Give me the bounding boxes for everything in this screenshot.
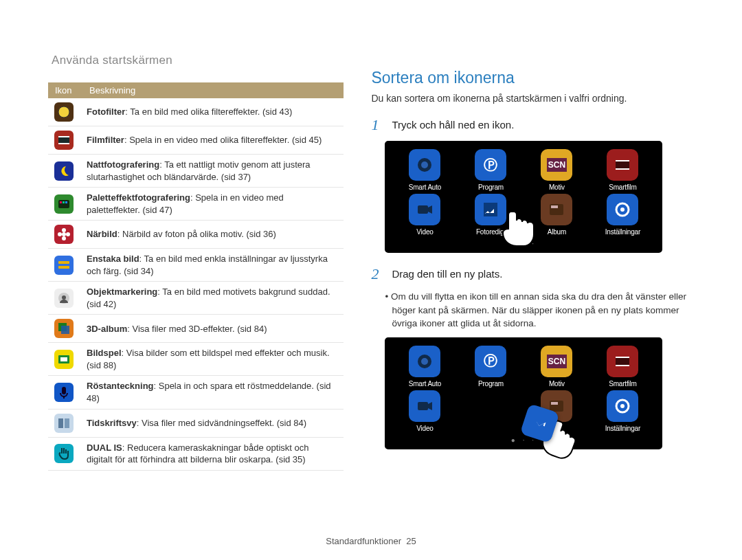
feature-row: Fotofilter: Ta en bild med olika filtere… bbox=[48, 98, 344, 126]
feature-title: Objektmarkering bbox=[87, 287, 157, 297]
svg-rect-39 bbox=[616, 357, 629, 366]
feature-icon bbox=[54, 225, 74, 244]
home-app-cell[interactable]: ⓅProgram bbox=[463, 149, 518, 191]
feature-text: : Ta en bild med olika filtereffekter. (… bbox=[125, 107, 292, 117]
feature-icon bbox=[54, 194, 74, 214]
svg-rect-6 bbox=[63, 201, 65, 203]
svg-rect-2 bbox=[58, 136, 69, 137]
app-label: Inställningar bbox=[595, 425, 650, 432]
feature-desc: Närbild: Närbild av foton på olika motiv… bbox=[82, 221, 344, 249]
svg-rect-4 bbox=[58, 200, 69, 208]
section-title: Sortera om ikonerna bbox=[371, 69, 694, 87]
feature-title: Tidskriftsvy bbox=[87, 418, 137, 428]
step-1-text: Tryck och håll ned en ikon. bbox=[392, 116, 514, 134]
home-app-cell[interactable]: ⓅProgram bbox=[463, 346, 518, 388]
feature-title: 3D-album bbox=[87, 324, 127, 334]
app-icon bbox=[607, 390, 638, 422]
footer-page: 25 bbox=[406, 536, 416, 546]
svg-point-0 bbox=[58, 107, 69, 117]
svg-rect-32 bbox=[484, 203, 497, 216]
feature-icon bbox=[54, 256, 74, 275]
app-icon bbox=[607, 346, 638, 377]
step-2-num: 2 bbox=[371, 265, 385, 283]
app-label: Smart Auto bbox=[397, 183, 452, 191]
feature-title: Paletteffektfotografering bbox=[87, 192, 190, 203]
home-app-cell[interactable]: Inställningar bbox=[595, 390, 650, 432]
right-column: Sortera om ikonerna Du kan sortera om ik… bbox=[371, 69, 694, 471]
feature-icon bbox=[54, 383, 74, 402]
feature-desc: DUAL IS: Reducera kameraskakningar både … bbox=[82, 437, 344, 470]
app-icon bbox=[409, 194, 440, 225]
feature-row: Paletteffektfotografering: Spela in en v… bbox=[48, 188, 344, 221]
home-grid-2: Smart AutoⓅProgramSCNMotivSmartfilmVideo… bbox=[385, 337, 662, 449]
home-app-cell[interactable] bbox=[463, 390, 518, 432]
svg-rect-18 bbox=[61, 326, 69, 334]
svg-point-10 bbox=[62, 236, 66, 240]
app-label: Smartfilm bbox=[595, 380, 650, 388]
feature-table-wrapper: Ikon Beskrivning Fotofilter: Ta en bild … bbox=[48, 82, 344, 471]
feature-text: : Närbild av foton på olika motiv. (sid … bbox=[117, 229, 276, 239]
svg-rect-34 bbox=[551, 205, 558, 208]
home-app-cell[interactable]: Inställningar bbox=[595, 194, 650, 236]
svg-rect-3 bbox=[58, 143, 69, 144]
app-label: Smartfilm bbox=[595, 183, 650, 191]
svg-rect-27 bbox=[616, 160, 629, 170]
feature-icon bbox=[54, 289, 74, 308]
home-app-cell[interactable]: Smart Auto bbox=[397, 149, 452, 191]
feature-table: Ikon Beskrivning Fotofilter: Ta en bild … bbox=[48, 82, 344, 471]
feature-title: Bildspel bbox=[87, 348, 122, 358]
section-intro: Du kan sortera om ikonerna på startskärm… bbox=[371, 93, 694, 104]
feature-row: 3D-album: Visa filer med 3D-effekter. (s… bbox=[48, 315, 344, 343]
svg-rect-23 bbox=[58, 418, 63, 428]
svg-point-11 bbox=[58, 232, 62, 236]
feature-title: Nattfotografering bbox=[87, 159, 159, 170]
footer-section: Standardfunktioner bbox=[326, 536, 401, 546]
home-app-cell[interactable]: Album bbox=[529, 194, 584, 236]
svg-rect-7 bbox=[65, 201, 67, 203]
home-app-cell[interactable]: Smartfilm bbox=[595, 149, 650, 191]
home-app-cell[interactable]: SCNMotiv bbox=[529, 149, 584, 191]
svg-point-16 bbox=[62, 295, 66, 300]
feature-desc: Filmfilter: Spela in en video med olika … bbox=[82, 126, 344, 155]
footer: Standardfunktioner 25 bbox=[0, 536, 742, 546]
app-icon bbox=[607, 194, 638, 225]
feature-text: : Spela in en video med olika filtereffe… bbox=[124, 135, 322, 145]
app-icon bbox=[541, 194, 572, 225]
home-app-cell[interactable]: SCNMotiv bbox=[529, 346, 584, 388]
feature-icon bbox=[54, 444, 74, 463]
feature-row: Närbild: Närbild av foton på olika motiv… bbox=[48, 221, 344, 249]
app-icon: SCN bbox=[541, 149, 572, 181]
svg-rect-21 bbox=[62, 387, 66, 394]
feature-desc: Röstanteckning: Spela in och spara ett r… bbox=[82, 376, 344, 409]
app-icon: Ⓟ bbox=[475, 149, 506, 181]
feature-row: Röstanteckning: Spela in och spara ett r… bbox=[48, 376, 344, 409]
svg-rect-5 bbox=[60, 201, 62, 203]
feature-icon bbox=[54, 161, 74, 181]
feature-desc: Nattfotografering: Ta ett nattligt motiv… bbox=[82, 155, 344, 188]
app-icon: Ⓟ bbox=[475, 346, 506, 377]
feature-icon bbox=[54, 131, 74, 150]
step-1-num: 1 bbox=[371, 116, 385, 134]
feature-title: Filmfilter bbox=[87, 135, 124, 145]
svg-point-8 bbox=[62, 232, 66, 236]
svg-marker-43 bbox=[428, 402, 432, 410]
svg-rect-24 bbox=[65, 418, 69, 428]
home-app-cell[interactable]: Video bbox=[397, 390, 452, 432]
feature-title: Enstaka bild bbox=[87, 254, 139, 264]
svg-point-12 bbox=[66, 232, 70, 236]
app-icon bbox=[607, 149, 638, 181]
svg-rect-22 bbox=[63, 396, 65, 399]
app-label: Video bbox=[397, 228, 452, 236]
step-1: 1 Tryck och håll ned en ikon. bbox=[371, 116, 694, 134]
svg-rect-45 bbox=[551, 402, 558, 405]
feature-text: : Visa filer med sidvändningseffekt. (si… bbox=[137, 418, 306, 428]
home-app-cell[interactable]: Smart Auto bbox=[397, 346, 452, 388]
feature-title: Röstanteckning bbox=[87, 381, 154, 391]
app-label: Motiv bbox=[529, 380, 584, 388]
home-app-cell[interactable]: Video bbox=[397, 194, 452, 236]
feature-row: Nattfotografering: Ta ett nattligt motiv… bbox=[48, 155, 344, 188]
app-icon bbox=[409, 390, 440, 422]
home-app-cell[interactable]: Smartfilm bbox=[595, 346, 650, 388]
feature-row: Bildspel: Visa bilder som ett bildspel m… bbox=[48, 343, 344, 376]
svg-rect-28 bbox=[616, 160, 629, 161]
